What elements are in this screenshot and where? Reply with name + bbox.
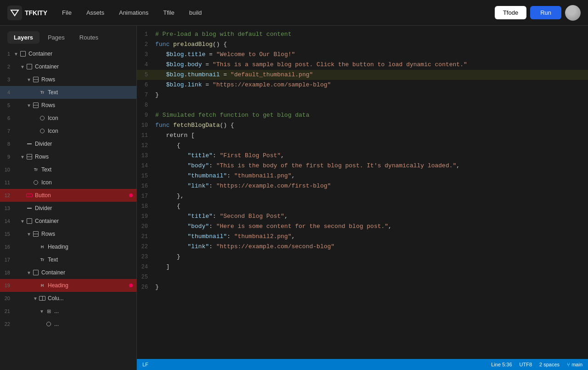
- layer-type-icon: [39, 114, 46, 122]
- layer-arrow[interactable]: ▼: [19, 154, 26, 159]
- tfode-button[interactable]: Tfode: [495, 6, 526, 19]
- token: "https://example.com/sample-blog": [213, 81, 331, 88]
- line-code[interactable]: "thumbnail": "thumbnail2.png",: [155, 232, 295, 242]
- line-code[interactable]: {: [155, 201, 181, 211]
- layer-type-icon: [26, 205, 33, 212]
- token: :: [227, 233, 234, 240]
- line-code[interactable]: $blog.body = "This is a sample blog post…: [155, 60, 467, 70]
- run-button[interactable]: Run: [530, 6, 561, 19]
- tab-routes[interactable]: Routes: [73, 31, 105, 44]
- layer-label: Divider: [35, 141, 133, 147]
- layer-row[interactable]: 14▼Container: [0, 215, 136, 228]
- line-code[interactable]: "title": "Second Blog Post",: [155, 211, 288, 222]
- layer-row[interactable]: 10TrText: [0, 163, 136, 176]
- layer-arrow[interactable]: ▼: [19, 219, 26, 224]
- line-code[interactable]: ]: [155, 262, 170, 272]
- layer-row[interactable]: 5▼Rows: [0, 99, 136, 112]
- token: [155, 152, 187, 159]
- token: "Welcome to Our Blog!": [216, 51, 295, 58]
- status-bar: LF Line 5:36 UTF8 2 spaces ⑂ main: [137, 359, 588, 370]
- layer-arrow[interactable]: ▼: [26, 103, 32, 108]
- layer-arrow[interactable]: ▼: [26, 270, 32, 275]
- layer-arrow[interactable]: ▼: [26, 77, 32, 82]
- layer-row[interactable]: 20▼Colu...: [0, 292, 136, 305]
- token: :: [213, 213, 220, 220]
- token: "body": [187, 162, 209, 169]
- layer-row[interactable]: 19HHeading: [0, 279, 136, 292]
- line-code[interactable]: "link": "https://example.com/second-blog…: [155, 242, 334, 252]
- line-code[interactable]: $blog.thumbnail = "default_thumbnail.png…: [155, 70, 313, 80]
- line-code[interactable]: {: [155, 141, 181, 151]
- token: "https://example.com/second-blog": [216, 243, 334, 250]
- token: :: [227, 172, 234, 179]
- line-code[interactable]: $blog.link = "https://example.com/sample…: [155, 80, 331, 90]
- sidebar-tabs: Layers Pages Routes: [0, 26, 136, 44]
- nav-file[interactable]: File: [57, 6, 77, 19]
- avatar[interactable]: [565, 5, 581, 21]
- layer-label: Heading: [48, 244, 133, 250]
- token: ,: [291, 172, 295, 179]
- layer-row[interactable]: 8Divider: [0, 137, 136, 150]
- layer-row[interactable]: 18▼Container: [0, 266, 136, 279]
- line-code[interactable]: $blog.title = "Welcome to Our Blog!": [155, 50, 295, 60]
- layer-row[interactable]: 11Icon: [0, 176, 136, 189]
- line-code[interactable]: func fetchBlogData() {: [155, 120, 234, 131]
- layer-label: Icon: [48, 128, 133, 134]
- nav-build[interactable]: build: [184, 6, 207, 19]
- token: () {: [213, 41, 227, 48]
- layer-row[interactable]: 9▼Rows: [0, 150, 136, 163]
- layer-row[interactable]: 12Button: [0, 189, 136, 202]
- layer-arrow[interactable]: ▼: [39, 309, 45, 314]
- layer-arrow[interactable]: ▼: [26, 232, 32, 237]
- layer-arrow[interactable]: ▼: [32, 296, 39, 301]
- layer-status-dot: [129, 194, 133, 197]
- layer-arrow[interactable]: ▼: [19, 64, 26, 69]
- token: "title": [187, 213, 213, 220]
- layer-row[interactable]: 15▼Rows: [0, 228, 136, 240]
- layer-row[interactable]: 1▼Container: [0, 47, 136, 60]
- line-code[interactable]: "body": "This is the body of the first b…: [155, 161, 460, 171]
- code-content[interactable]: 1# Pre-load a blog with default content2…: [137, 26, 588, 359]
- layer-row[interactable]: 3▼Rows: [0, 73, 136, 86]
- line-code[interactable]: }: [155, 252, 181, 262]
- layer-arrow[interactable]: ▼: [13, 51, 19, 57]
- line-code[interactable]: "thumbnail": "thumbnail1.png",: [155, 171, 295, 181]
- layer-type-icon: [32, 179, 40, 186]
- layer-row[interactable]: 22...: [0, 318, 136, 330]
- line-code[interactable]: # Simulated fetch function to get blog d…: [155, 110, 309, 120]
- line-code[interactable]: }: [155, 90, 159, 100]
- layer-row[interactable]: 13Divider: [0, 202, 136, 215]
- line-code[interactable]: "body": "Here is some content for the se…: [155, 222, 392, 232]
- line-code[interactable]: "link": "https://example.com/first-blog": [155, 181, 331, 191]
- tab-pages[interactable]: Pages: [41, 31, 71, 44]
- layer-row[interactable]: 7Icon: [0, 125, 136, 137]
- layer-row[interactable]: 2▼Container: [0, 60, 136, 73]
- line-code[interactable]: # Pre-load a blog with default content: [155, 29, 291, 40]
- nav-animations[interactable]: Animations: [113, 6, 154, 19]
- line-number: 18: [141, 201, 155, 211]
- tab-layers[interactable]: Layers: [7, 31, 40, 44]
- layer-number: 2: [0, 64, 13, 69]
- line-code[interactable]: },: [155, 191, 184, 201]
- nav-tfile[interactable]: Tfile: [158, 6, 180, 19]
- layer-row[interactable]: 4TrText: [0, 86, 136, 99]
- line-number: 24: [141, 262, 155, 272]
- layer-row[interactable]: 16HHeading: [0, 240, 136, 253]
- line-code[interactable]: func preloadBlog() {: [155, 40, 227, 50]
- layer-row[interactable]: 17TrText: [0, 253, 136, 266]
- layer-row[interactable]: 6Icon: [0, 112, 136, 125]
- code-line: 23 }: [137, 252, 588, 262]
- line-code[interactable]: return [: [155, 131, 195, 141]
- logo[interactable]: TFKITY: [7, 6, 47, 20]
- token: # Pre-load a blog with default content: [155, 31, 291, 38]
- line-code[interactable]: "title": "First Blog Post",: [155, 151, 284, 161]
- nav-assets[interactable]: Assets: [81, 6, 110, 19]
- layer-row[interactable]: 21▼⊞...: [0, 305, 136, 318]
- line-number: 8: [141, 100, 155, 110]
- code-line: 26}: [137, 282, 588, 292]
- line-code[interactable]: }: [155, 282, 159, 292]
- token: $blog: [166, 81, 184, 88]
- line-number: 7: [141, 90, 155, 100]
- code-line: 15 "thumbnail": "thumbnail1.png",: [137, 171, 588, 181]
- code-line: 5 $blog.thumbnail = "default_thumbnail.p…: [137, 70, 588, 80]
